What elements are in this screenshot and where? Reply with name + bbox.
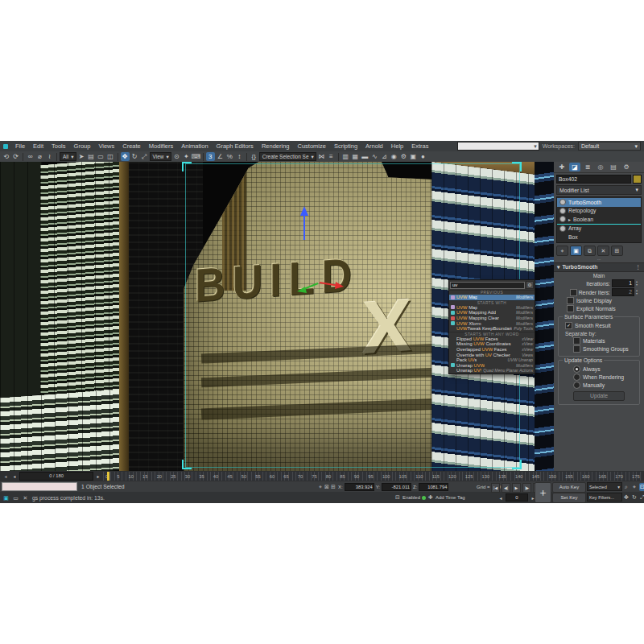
iterations-spinner[interactable]: ▴▾ xyxy=(636,280,638,287)
isoline-display-checkbox[interactable] xyxy=(567,297,574,304)
time-slider[interactable]: 0 / 180 xyxy=(19,472,93,481)
pin-stack-icon[interactable]: ⌖ xyxy=(556,246,568,256)
material-editor-icon[interactable]: ◉ xyxy=(390,152,398,161)
object-name-field[interactable]: Box402 xyxy=(556,175,631,184)
popup-item-uvw-map[interactable]: UVW MapModifiers xyxy=(449,305,535,311)
add-create-key-button[interactable]: ＋ xyxy=(535,482,551,503)
popup-item-overlapped-uvw-faces[interactable]: Overlapped UVW FacesxView xyxy=(449,347,535,353)
selection-lock-icon[interactable]: ⊠ xyxy=(324,484,330,490)
popup-item-pack-uvs[interactable]: Pack UVsUVW Unwrap xyxy=(449,357,535,363)
spinner-snap-icon[interactable]: ↕ xyxy=(235,152,244,161)
time-slider-right-arrow[interactable]: ▸ xyxy=(95,474,101,479)
menu-rendering[interactable]: Rendering xyxy=(258,142,294,150)
snaps-toggle-3d-icon[interactable]: 3 xyxy=(206,152,215,161)
popup-item-unwrap-uvw-quad[interactable]: Unwrap UVW QuadQuad Menu Planar Actions xyxy=(449,368,535,374)
stack-row-array[interactable]: Array xyxy=(557,225,641,233)
mirror-icon[interactable]: ⋈ xyxy=(317,152,326,161)
update-radio-manually[interactable]: Manually xyxy=(560,382,638,390)
workspace-dropdown[interactable]: Default ▾ xyxy=(578,142,641,151)
app-icon[interactable] xyxy=(3,144,8,149)
selected-keys-dropdown[interactable]: Selected ▾ xyxy=(587,482,622,491)
reference-coordinate-dropdown[interactable]: View▾ xyxy=(150,152,171,161)
menu-help[interactable]: Help xyxy=(387,142,407,150)
orbit-icon[interactable]: ↻ xyxy=(631,493,638,502)
explicit-normals-checkbox[interactable] xyxy=(567,305,574,312)
toggle-ribbon-icon[interactable]: ▬ xyxy=(361,152,369,161)
menu-group[interactable]: Group xyxy=(70,142,95,150)
bind-to-space-warp-icon[interactable]: ≀ xyxy=(45,152,54,161)
configure-modifier-sets-icon[interactable]: ⊞ xyxy=(611,246,623,256)
time-slider-left-arrow[interactable]: ◂ xyxy=(11,474,18,479)
rollout-menu-icon[interactable]: ⋮ xyxy=(635,264,641,270)
menu-create[interactable]: Create xyxy=(118,142,145,150)
trackbar-toggle-icon[interactable]: ◂ xyxy=(2,474,10,479)
modifier-list-dropdown[interactable]: Modifier List ▾ xyxy=(556,185,642,195)
x-field[interactable]: 383.924 xyxy=(345,483,374,491)
track-bar[interactable]: 0510152025303540455055606570758085909510… xyxy=(103,472,642,481)
zoom-icon[interactable]: ⌕ xyxy=(623,483,630,491)
menu-extras[interactable]: Extras xyxy=(407,142,432,150)
percent-snap-icon[interactable]: % xyxy=(225,152,234,161)
toggle-scene-explorer-icon[interactable]: ▥ xyxy=(341,152,350,161)
curve-editor-icon[interactable]: ∿ xyxy=(370,152,379,161)
render-setup-icon[interactable]: ⚙ xyxy=(399,152,408,161)
current-frame-marker[interactable] xyxy=(107,472,109,481)
pan-icon[interactable]: ✥ xyxy=(623,493,630,502)
menu-arnold[interactable]: Arnold xyxy=(361,142,387,150)
next-frame-button[interactable]: |▶ xyxy=(522,483,531,493)
set-key-button[interactable]: Set Key xyxy=(552,493,586,503)
communication-center-icon[interactable]: ▣ xyxy=(2,494,10,502)
popup-item-uvw-mapping-clear[interactable]: UVW Mapping ClearModifiers xyxy=(449,316,535,321)
select-object-icon[interactable]: ➤ xyxy=(77,152,86,161)
remove-modifier-icon[interactable]: ✕ xyxy=(597,246,609,256)
select-and-scale-icon[interactable]: ⤢ xyxy=(140,152,149,161)
global-search-input[interactable]: ▾ xyxy=(457,142,539,151)
maxscript-mini-listener[interactable] xyxy=(2,482,77,491)
update-button[interactable]: Update xyxy=(573,391,625,401)
select-and-link-icon[interactable]: ∞ xyxy=(26,152,35,161)
menu-scripting[interactable]: Scripting xyxy=(330,142,361,150)
tab-hierarchy[interactable]: ≣ xyxy=(582,163,593,171)
expand-arrow-icon[interactable]: ▸ xyxy=(568,217,571,222)
go-to-start-button[interactable]: |◀ xyxy=(491,483,500,493)
materials-checkbox[interactable] xyxy=(573,337,580,345)
selection-filter-dropdown[interactable]: All▾ xyxy=(60,152,76,161)
show-end-result-icon[interactable]: ▣ xyxy=(570,246,582,256)
transform-typein-icon[interactable]: ⌖ xyxy=(317,484,324,490)
unlink-selection-icon[interactable]: ⌀ xyxy=(35,152,44,161)
rendered-frame-window-icon[interactable]: ▣ xyxy=(409,152,418,161)
use-pivot-center-icon[interactable]: ⊙ xyxy=(172,152,181,161)
menu-customize[interactable]: Customize xyxy=(293,142,329,150)
tab-motion[interactable]: ◎ xyxy=(595,163,606,171)
redo-icon[interactable]: ⟳ xyxy=(11,152,20,161)
smooth-result-checkbox[interactable]: ✓ xyxy=(565,322,572,329)
update-radio-when-rendering[interactable]: When Rendering xyxy=(560,374,638,382)
update-radio-always[interactable]: Always xyxy=(560,365,638,374)
transform-gizmo[interactable] xyxy=(278,206,350,295)
frame-down-arrow[interactable]: ◂ xyxy=(497,495,504,501)
absolute-mode-icon[interactable]: ⊞ xyxy=(330,484,336,490)
modifier-visibility-icon[interactable] xyxy=(559,208,566,214)
render-iters-checkbox[interactable] xyxy=(570,289,577,296)
schematic-view-icon[interactable]: ⊿ xyxy=(380,152,389,161)
popup-item-missing-uvw-coordinates[interactable]: Missing UVW CoordinatesxView xyxy=(449,341,535,347)
render-iters-spinner[interactable]: ▴▾ xyxy=(636,289,638,295)
menu-animation[interactable]: Animation xyxy=(177,142,212,150)
render-iters-field[interactable]: 2 xyxy=(612,288,634,296)
turbosmooth-rollout-header[interactable]: ▾ TurboSmooth ⋮ xyxy=(554,262,644,272)
y-field[interactable]: -821.011 xyxy=(382,483,411,491)
menu-file[interactable]: File xyxy=(11,142,29,150)
popup-item-uvw-map[interactable]: UVW MapModifiers xyxy=(449,295,535,300)
keyboard-shortcut-override-icon[interactable]: ⌨ xyxy=(192,152,200,161)
popup-settings-button[interactable]: ⚙ xyxy=(526,281,534,289)
enabled-icon[interactable]: ⊟ xyxy=(394,494,401,501)
previous-frame-button[interactable]: ◀| xyxy=(502,483,510,493)
select-and-rotate-icon[interactable]: ↻ xyxy=(130,152,139,161)
modifier-visibility-icon[interactable] xyxy=(559,225,566,232)
tab-create[interactable]: ✚ xyxy=(556,163,568,171)
tab-display[interactable]: ▤ xyxy=(608,163,619,171)
current-frame-field[interactable]: 0 xyxy=(506,493,528,502)
close-icon[interactable]: ✕ xyxy=(22,494,29,502)
object-color-swatch[interactable] xyxy=(633,175,642,184)
make-unique-icon[interactable]: ⧉ xyxy=(584,246,596,256)
